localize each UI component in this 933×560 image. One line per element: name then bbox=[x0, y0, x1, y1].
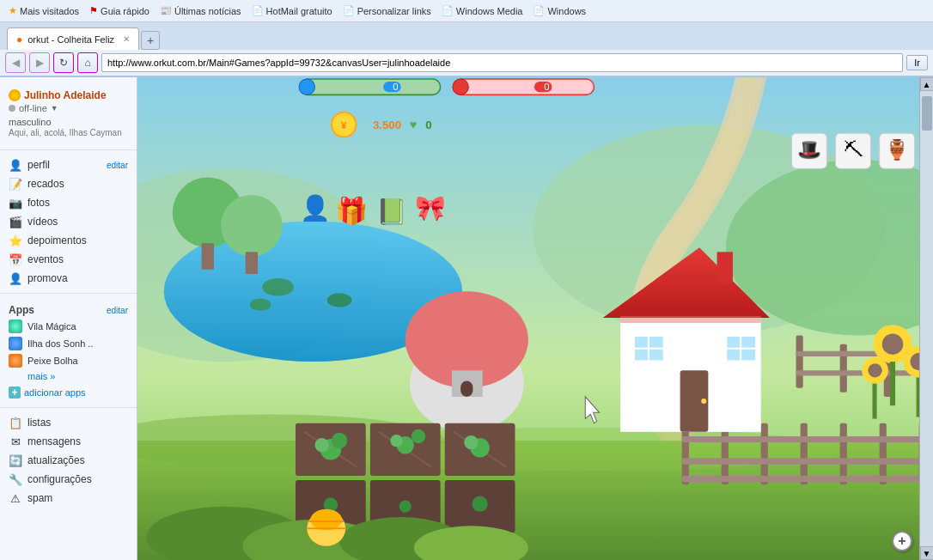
perfil-icon: 👤 bbox=[9, 158, 22, 172]
home-button[interactable]: ⌂ bbox=[77, 52, 98, 73]
profile-gender: masculino bbox=[9, 117, 128, 127]
svg-text:🎁: 🎁 bbox=[335, 195, 369, 227]
bookmark-hotmail[interactable]: 📄 HotMail gratuito bbox=[248, 4, 336, 17]
back-button[interactable]: ◀ bbox=[5, 52, 26, 73]
add-apps-item[interactable]: + adicionar apps bbox=[0, 383, 137, 402]
game-area[interactable]: 0 0 ¥ 3.500 ♥ 0 🎩 ⛏ 🏺 LOJA 👥 👤 bbox=[137, 77, 933, 560]
svg-rect-24 bbox=[682, 436, 928, 442]
nav-bar: ◀ ▶ ↻ ⌂ Ir bbox=[0, 50, 933, 77]
sidebar-item-listas[interactable]: 📋 listas bbox=[0, 413, 137, 432]
apps-edit-link[interactable]: editar bbox=[107, 306, 128, 315]
svg-text:0: 0 bbox=[544, 82, 549, 92]
svg-text:3.500: 3.500 bbox=[373, 119, 401, 131]
bookmark-personalizar[interactable]: 📄 Personalizar links bbox=[339, 4, 435, 17]
go-button[interactable]: Ir bbox=[906, 55, 928, 70]
bookmark-windows-media[interactable]: 📄 Windows Media bbox=[438, 4, 527, 17]
atualizacoes-icon: 🔄 bbox=[9, 453, 22, 467]
svg-point-41 bbox=[701, 399, 706, 404]
profile-location: Aqui, ali, acolá, Ilhas Cayman bbox=[9, 127, 128, 139]
bookmark-guia-rapido[interactable]: ⚑ Guia rápido bbox=[86, 4, 153, 17]
sidebar-item-configuracoes[interactable]: 🔧 configurações bbox=[0, 470, 137, 489]
depoimentos-icon: ⭐ bbox=[9, 234, 22, 247]
sidebar-item-spam[interactable]: ⚠ spam bbox=[0, 489, 137, 508]
bookmark-mais-visitados[interactable]: ★ Mais visitados bbox=[5, 4, 82, 17]
forward-button[interactable]: ▶ bbox=[29, 52, 50, 73]
add-apps-icon: + bbox=[9, 387, 21, 399]
app-item-vila-magica[interactable]: Vila Mágica bbox=[0, 318, 137, 335]
svg-point-66 bbox=[412, 429, 425, 443]
svg-point-71 bbox=[472, 496, 487, 511]
svg-point-62 bbox=[314, 438, 328, 452]
svg-rect-45 bbox=[890, 362, 895, 405]
svg-text:🏺: 🏺 bbox=[885, 138, 910, 161]
svg-text:⛏: ⛏ bbox=[844, 139, 863, 161]
ilha-sonhos-icon bbox=[9, 337, 22, 350]
sidebar-item-recados[interactable]: 📝 recados bbox=[0, 174, 137, 193]
svg-point-82 bbox=[221, 195, 283, 257]
sidebar-item-videos[interactable]: 🎬 vídeos bbox=[0, 212, 137, 231]
svg-point-63 bbox=[332, 433, 347, 448]
svg-rect-19 bbox=[761, 423, 768, 485]
svg-rect-20 bbox=[801, 423, 808, 485]
svg-point-44 bbox=[882, 333, 904, 355]
refresh-button[interactable]: ↻ bbox=[53, 52, 74, 73]
perfil-edit-link[interactable]: editar bbox=[107, 161, 128, 170]
svg-text:0: 0 bbox=[393, 82, 398, 92]
svg-point-68 bbox=[464, 435, 478, 449]
tab-bar: ● orkut - Colheita Feliz ✕ + bbox=[0, 22, 933, 50]
app-item-ilha-sonhos[interactable]: Ilha dos Sonh .. bbox=[0, 335, 137, 352]
svg-text:👤: 👤 bbox=[300, 193, 331, 223]
address-bar[interactable] bbox=[101, 53, 903, 72]
tab-icon: ● bbox=[16, 33, 22, 46]
zoom-in-button[interactable]: + bbox=[892, 531, 912, 551]
mais-link[interactable]: mais » bbox=[0, 369, 137, 383]
svg-rect-81 bbox=[202, 243, 214, 270]
scrollbar-vertical[interactable]: ▲ ▼ bbox=[919, 77, 933, 560]
apps-section-title: Apps editar bbox=[0, 299, 137, 318]
sidebar-item-perfil[interactable]: 👤 perfil editar bbox=[0, 155, 137, 174]
svg-point-5 bbox=[262, 278, 294, 295]
fotos-icon: 📷 bbox=[9, 196, 22, 210]
configuracoes-icon: 🔧 bbox=[9, 472, 22, 486]
svg-rect-18 bbox=[722, 423, 729, 485]
listas-icon: 📋 bbox=[9, 416, 22, 429]
bookmark-windows[interactable]: 📄 Windows bbox=[529, 4, 589, 17]
svg-point-90 bbox=[453, 79, 468, 94]
spam-icon: ⚠ bbox=[9, 491, 22, 505]
tab-close-button[interactable]: ✕ bbox=[123, 34, 130, 44]
eventos-icon: 📅 bbox=[9, 253, 22, 266]
new-tab-button[interactable]: + bbox=[141, 31, 160, 50]
peixe-bolha-icon bbox=[9, 354, 22, 368]
bookmark-ultimas-noticias[interactable]: 📰 Últimas notícias bbox=[156, 4, 245, 17]
profile-status: off-line ▼ bbox=[9, 103, 128, 113]
bookmarks-bar: ★ Mais visitados ⚑ Guia rápido 📰 Últimas… bbox=[0, 0, 933, 22]
videos-icon: 🎬 bbox=[9, 215, 22, 228]
status-dropdown-arrow[interactable]: ▼ bbox=[51, 104, 58, 113]
svg-rect-85 bbox=[300, 79, 441, 94]
app-item-peixe-bolha[interactable]: Peixe Bolha bbox=[0, 352, 137, 369]
tab-title: orkut - Colheita Feliz bbox=[27, 34, 114, 45]
svg-point-65 bbox=[390, 435, 402, 447]
svg-rect-25 bbox=[682, 459, 928, 465]
sidebar-item-depoimentos[interactable]: ⭐ depoimentos bbox=[0, 231, 137, 250]
svg-text:🎩: 🎩 bbox=[797, 138, 822, 161]
vila-magica-icon bbox=[9, 320, 22, 333]
svg-rect-33 bbox=[717, 252, 733, 283]
active-tab[interactable]: ● orkut - Colheita Feliz ✕ bbox=[7, 27, 139, 50]
svg-rect-42 bbox=[620, 316, 761, 323]
sidebar-item-promova[interactable]: 👤 promova bbox=[0, 269, 137, 288]
svg-text:🎀: 🎀 bbox=[415, 193, 446, 223]
status-dot bbox=[9, 105, 15, 112]
scroll-thumb[interactable] bbox=[922, 96, 932, 131]
sidebar-item-eventos[interactable]: 📅 eventos bbox=[0, 250, 137, 269]
svg-text:📗: 📗 bbox=[376, 197, 407, 227]
scroll-down-button[interactable]: ▼ bbox=[920, 546, 934, 560]
sidebar-item-fotos[interactable]: 📷 fotos bbox=[0, 193, 137, 212]
scroll-up-button[interactable]: ▲ bbox=[920, 77, 934, 91]
sidebar-item-mensagens[interactable]: ✉ mensagens bbox=[0, 432, 137, 451]
svg-rect-51 bbox=[872, 384, 876, 419]
sidebar-item-atualizacoes[interactable]: 🔄 atualizações bbox=[0, 451, 137, 470]
svg-rect-22 bbox=[880, 423, 887, 485]
mensagens-icon: ✉ bbox=[9, 435, 22, 448]
promova-icon: 👤 bbox=[9, 271, 22, 285]
